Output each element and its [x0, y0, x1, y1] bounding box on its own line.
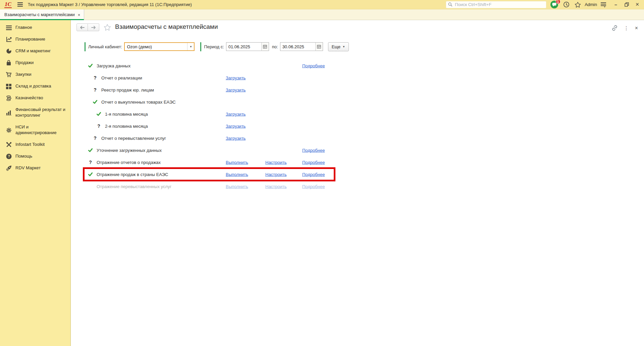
- status-done-icon: [88, 148, 93, 153]
- task-row-reinvoiced-services-reflection-disabled: Отражение перевыставленных услуг Выполни…: [71, 180, 644, 192]
- sidebar-item-nsi[interactable]: НСИ и администрирование: [0, 121, 70, 139]
- field-separator: [85, 42, 86, 51]
- sidebar-item-crm[interactable]: CRM и маркетинг: [0, 45, 70, 57]
- status-question-icon: ?: [92, 75, 98, 80]
- tab-close-icon[interactable]: ×: [78, 13, 80, 17]
- sidebar-item-zakupki[interactable]: Закупки: [0, 69, 70, 80]
- add-to-favorites-button[interactable]: [104, 24, 111, 32]
- forward-button[interactable]: [88, 23, 99, 31]
- global-search[interactable]: [446, 1, 546, 8]
- close-form-button[interactable]: ×: [635, 25, 638, 31]
- restore-button[interactable]: [623, 1, 631, 8]
- form-mutual-settlements: Взаиморасчеты с маркетплейсами ⋮ × Личны…: [71, 20, 644, 346]
- details-link[interactable]: Подробнее: [302, 172, 325, 177]
- service-menu-button[interactable]: [599, 0, 608, 9]
- sidebar-item-sklad[interactable]: Склад и доставка: [0, 80, 70, 92]
- service-menu-icon: [600, 2, 606, 7]
- sidebar-item-rdv-market[interactable]: RDV Маркет: [0, 162, 70, 174]
- discussions-button[interactable]: 1: [550, 0, 558, 9]
- sidebar-item-prodazhi[interactable]: Продажи: [0, 57, 70, 69]
- task-label: Отражение отчетов о продажах: [97, 160, 161, 165]
- task-label: Отчет о реализации: [101, 75, 142, 80]
- status-question-icon: ?: [92, 135, 98, 141]
- load-link[interactable]: Загрузить: [226, 124, 246, 129]
- arrow-left-icon: [80, 26, 85, 29]
- tab-mutual-settlements[interactable]: Взаиморасчеты с маркетплейсами ×: [0, 9, 84, 20]
- rocket-icon: [6, 165, 12, 171]
- configure-link-disabled[interactable]: Настроить: [265, 184, 287, 189]
- period-to-input[interactable]: [280, 43, 315, 51]
- task-row-data-load: Загрузка данных Подробнее: [71, 60, 644, 72]
- status-question-icon: ?: [88, 160, 93, 165]
- calendar-icon[interactable]: [261, 43, 269, 51]
- status-question-icon: ?: [92, 87, 98, 93]
- period-from-field: [226, 42, 269, 51]
- sidebar-item-finrezultat[interactable]: Финансовый результат и контроллинг: [0, 104, 70, 121]
- run-link[interactable]: Выполнить: [226, 160, 248, 165]
- more-button[interactable]: Еще ▼: [328, 42, 349, 51]
- details-link[interactable]: Подробнее: [302, 63, 325, 68]
- task-row-sales-reports-reflection: ? Отражение отчетов о продажах Выполнить…: [71, 156, 644, 168]
- period-to-field: [280, 42, 323, 51]
- navigation-buttons: [76, 23, 99, 31]
- get-link-button[interactable]: [611, 25, 618, 31]
- cabinet-select[interactable]: Ozon (демо) ▾: [124, 42, 195, 51]
- task-row-sales-report: ? Отчет о реализации Загрузить: [71, 72, 644, 84]
- history-clock-icon: [563, 1, 570, 8]
- load-link[interactable]: Загрузить: [226, 75, 246, 80]
- period-from-label: Период с:: [204, 44, 224, 49]
- run-link-disabled[interactable]: Выполнить: [226, 184, 248, 189]
- load-link[interactable]: Загрузить: [226, 112, 246, 117]
- details-link-disabled[interactable]: Подробнее: [302, 184, 325, 189]
- details-link[interactable]: Подробнее: [302, 148, 325, 153]
- configure-link[interactable]: Настроить: [265, 160, 287, 165]
- 1c-enterprise-window: { "colors": { "topbar_bg": "#F7E69B", "s…: [0, 0, 644, 346]
- configure-link[interactable]: Настроить: [265, 172, 287, 177]
- task-label: Загрузка данных: [97, 63, 130, 68]
- notification-badge: 1: [556, 0, 560, 4]
- current-user[interactable]: Admin: [585, 2, 597, 7]
- minimize-button[interactable]: –: [612, 1, 620, 8]
- shopping-cart-icon: [6, 72, 12, 78]
- history-button[interactable]: [562, 0, 571, 9]
- cabinet-value: Ozon (демо): [125, 43, 187, 50]
- load-link[interactable]: Загрузить: [226, 88, 246, 93]
- sidebar-item-pomosch[interactable]: ? Помощь: [0, 151, 70, 162]
- task-label: Отчет о выкупленных товарах ЕАЭС: [101, 100, 176, 105]
- details-link[interactable]: Подробнее: [302, 160, 325, 165]
- pie-chart-icon: [6, 48, 12, 54]
- tools-icon: [6, 142, 12, 148]
- task-label: Отражение перевыставленных услуг: [97, 184, 171, 189]
- task-row-first-half-month: 1-я половина месяца Загрузить: [71, 108, 644, 120]
- back-button[interactable]: [76, 23, 88, 31]
- bar-chart-icon: [6, 110, 12, 116]
- status-done-icon: [88, 172, 93, 177]
- calendar-icon[interactable]: [315, 43, 323, 51]
- task-label: Отражение продаж в страны ЕАЭС: [97, 172, 168, 177]
- form-header-buttons: ⋮ ×: [611, 25, 638, 31]
- task-label: Уточнение загруженных данных: [97, 148, 162, 153]
- warehouse-grid-icon: [6, 83, 12, 90]
- favorites-button[interactable]: [573, 0, 582, 9]
- sidebar-item-kaznacheystvo[interactable]: Казначейство: [0, 92, 70, 104]
- restore-window-icon: [625, 2, 629, 7]
- load-link[interactable]: Загрузить: [226, 136, 246, 141]
- task-list: Загрузка данных Подробнее ? Отчет о реал…: [71, 60, 644, 192]
- chevron-down-icon[interactable]: ▾: [187, 43, 194, 50]
- help-icon: ?: [6, 154, 12, 160]
- 1c-logo: 1С: [4, 1, 12, 8]
- search-input[interactable]: [454, 2, 544, 7]
- page-title: Взаиморасчеты с маркетплейсами: [115, 23, 218, 31]
- close-window-button[interactable]: ×: [633, 1, 641, 8]
- main-menu-button[interactable]: [17, 1, 23, 8]
- sidebar-item-glavnoe[interactable]: Главное: [0, 22, 70, 34]
- sidebar-item-infostart[interactable]: Infostart Toolkit: [0, 139, 70, 151]
- sidebar-item-planirovanie[interactable]: Планирование: [0, 34, 70, 45]
- task-row-services-reinvoice-report: ? Отчет о перевыставлении услуг Загрузит…: [71, 132, 644, 144]
- shopping-bag-icon: [6, 60, 12, 66]
- run-link[interactable]: Выполнить: [226, 172, 248, 177]
- more-actions-button[interactable]: ⋮: [624, 25, 629, 31]
- period-from-input[interactable]: [226, 43, 261, 51]
- chevron-down-icon: ▼: [342, 45, 345, 48]
- sections-panel: Главное Планирование CRM и маркетинг Про…: [0, 20, 71, 346]
